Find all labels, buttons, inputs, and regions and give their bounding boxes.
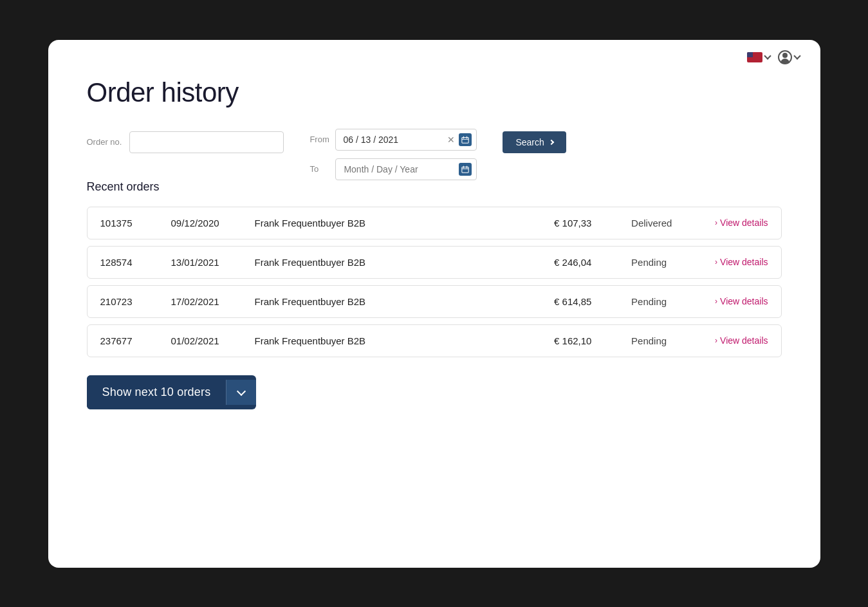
search-button[interactable]: Search xyxy=(503,131,566,153)
date-filters: From 06 / 13 / 2021 ✕ xyxy=(309,129,477,180)
chevron-right-icon: › xyxy=(715,218,717,227)
user-icon xyxy=(778,50,792,64)
view-details-label: View details xyxy=(720,296,768,306)
order-no-label: Order no. xyxy=(87,137,122,147)
from-date-icons: ✕ xyxy=(447,133,472,146)
from-date-wrapper: 06 / 13 / 2021 ✕ xyxy=(335,129,477,151)
order-actions: › View details xyxy=(715,296,768,306)
show-more-chevron xyxy=(226,380,256,405)
section-title: Recent orders xyxy=(87,180,782,194)
to-label: To xyxy=(309,164,328,174)
view-details-link[interactable]: › View details xyxy=(715,335,768,346)
to-row: To xyxy=(309,158,477,180)
clear-from-icon[interactable]: ✕ xyxy=(447,135,455,144)
to-date-input[interactable] xyxy=(335,158,477,180)
from-label: From xyxy=(309,135,328,144)
order-id: 210723 xyxy=(100,296,171,307)
chevron-right-icon: › xyxy=(715,257,717,266)
locale-chevron-icon xyxy=(764,52,771,59)
order-date: 01/02/2021 xyxy=(171,335,255,346)
page-title: Order history xyxy=(87,77,782,108)
order-status: Pending xyxy=(631,296,715,307)
order-customer: Frank Frequentbuyer B2B xyxy=(255,296,555,307)
user-menu[interactable] xyxy=(778,50,800,64)
order-actions: › View details xyxy=(715,218,768,228)
from-row: From 06 / 13 / 2021 ✕ xyxy=(309,129,477,151)
order-row: 101375 09/12/2020 Frank Frequentbuyer B2… xyxy=(87,207,782,239)
order-row: 128574 13/01/2021 Frank Frequentbuyer B2… xyxy=(87,246,782,279)
view-details-label: View details xyxy=(720,218,768,228)
svg-rect-0 xyxy=(462,137,468,143)
flag-icon xyxy=(747,52,762,62)
order-status: Pending xyxy=(631,335,715,346)
calendar-to-icon[interactable] xyxy=(459,163,472,176)
order-status: Delivered xyxy=(631,218,715,229)
chevron-right-icon: › xyxy=(715,297,717,306)
locale-selector[interactable] xyxy=(747,52,770,62)
view-details-label: View details xyxy=(720,335,768,346)
show-more-chevron-icon xyxy=(237,386,246,395)
order-amount: € 614,85 xyxy=(554,296,631,307)
order-actions: › View details xyxy=(715,257,768,267)
order-date: 13/01/2021 xyxy=(171,257,255,268)
from-date-value: 06 / 13 / 2021 xyxy=(343,135,398,145)
view-details-link[interactable]: › View details xyxy=(715,218,768,228)
view-details-link[interactable]: › View details xyxy=(715,296,768,306)
order-id: 101375 xyxy=(100,218,171,229)
order-row: 210723 17/02/2021 Frank Frequentbuyer B2… xyxy=(87,285,782,318)
order-status: Pending xyxy=(631,257,715,268)
order-amount: € 246,04 xyxy=(554,257,631,268)
filter-section: Order no. From 06 / 13 / 2021 ✕ xyxy=(87,129,782,180)
to-date-icons xyxy=(459,163,472,176)
order-row: 237677 01/02/2021 Frank Frequentbuyer B2… xyxy=(87,324,782,357)
show-more-button[interactable]: Show next 10 orders xyxy=(87,375,257,409)
order-id: 128574 xyxy=(100,257,171,268)
order-customer: Frank Frequentbuyer B2B xyxy=(255,335,555,346)
order-amount: € 162,10 xyxy=(554,335,631,346)
order-no-input[interactable] xyxy=(129,131,284,153)
main-window: Order history Order no. From 06 / 13 / 2… xyxy=(48,40,820,568)
top-bar xyxy=(48,40,820,64)
chevron-right-icon: › xyxy=(715,336,717,345)
search-arrow-icon xyxy=(549,139,554,144)
search-button-label: Search xyxy=(515,137,544,147)
order-id: 237677 xyxy=(100,335,171,346)
to-date-wrapper xyxy=(335,158,477,180)
order-no-group: Order no. xyxy=(87,129,284,153)
order-date: 17/02/2021 xyxy=(171,296,255,307)
order-amount: € 107,33 xyxy=(554,218,631,229)
orders-list: 101375 09/12/2020 Frank Frequentbuyer B2… xyxy=(87,207,782,357)
view-details-link[interactable]: › View details xyxy=(715,257,768,267)
order-date: 09/12/2020 xyxy=(171,218,255,229)
order-customer: Frank Frequentbuyer B2B xyxy=(255,257,555,268)
page-content: Order history Order no. From 06 / 13 / 2… xyxy=(48,64,820,435)
user-chevron-icon xyxy=(793,52,800,59)
svg-rect-4 xyxy=(462,167,468,173)
view-details-label: View details xyxy=(720,257,768,267)
show-more-label: Show next 10 orders xyxy=(87,375,226,409)
calendar-from-icon[interactable] xyxy=(459,133,472,146)
order-actions: › View details xyxy=(715,335,768,346)
order-customer: Frank Frequentbuyer B2B xyxy=(255,218,555,229)
